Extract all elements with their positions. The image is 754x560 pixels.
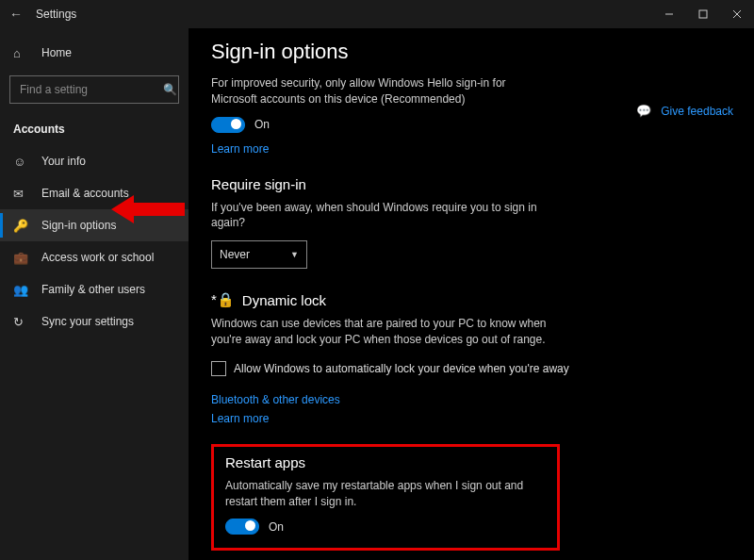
briefcase-icon: 💼: [13, 251, 30, 265]
person-card-icon: ☺: [13, 155, 30, 169]
require-select-value: Never: [220, 248, 250, 261]
home-label: Home: [41, 46, 72, 59]
home-icon: ⌂: [13, 46, 30, 60]
restart-toggle[interactable]: On: [225, 519, 546, 535]
require-heading: Require sign-in: [211, 176, 731, 192]
require-select[interactable]: Never ▼: [211, 240, 307, 269]
feedback-link[interactable]: 💬 Give feedback: [636, 104, 733, 118]
sidebar-item-your-info[interactable]: ☺ Your info: [0, 145, 188, 177]
sidebar-item-label: Access work or school: [41, 251, 154, 264]
sidebar-item-label: Family & other users: [41, 283, 145, 296]
feedback-label: Give feedback: [661, 105, 733, 118]
restart-toggle-state: On: [269, 520, 284, 534]
require-desc: If you've been away, when should Windows…: [211, 200, 550, 232]
dynamic-checkbox[interactable]: Allow Windows to automatically lock your…: [211, 361, 731, 376]
feedback-icon: 💬: [636, 104, 651, 118]
hello-toggle-state: On: [254, 118, 270, 131]
sidebar-item-work[interactable]: 💼 Access work or school: [0, 241, 188, 273]
dynamic-desc: Windows can use devices that are paired …: [211, 316, 550, 348]
restart-desc: Automatically save my restartable apps w…: [225, 478, 546, 510]
sidebar-item-label: Sign-in options: [41, 219, 116, 232]
sidebar-item-label: Sync your settings: [41, 315, 134, 328]
sidebar-item-label: Your info: [41, 155, 86, 168]
search-icon: 🔍: [163, 83, 177, 96]
sync-icon: ↻: [13, 315, 30, 329]
back-button[interactable]: ←: [9, 7, 23, 22]
dynamic-heading: Dynamic lock: [242, 292, 326, 308]
page-title: Sign-in options: [211, 40, 731, 64]
content-area: Sign-in options For improved security, o…: [188, 28, 754, 560]
sidebar-item-family[interactable]: 👥 Family & other users: [0, 273, 188, 305]
email-icon: ✉: [13, 187, 30, 201]
hello-learn-more-link[interactable]: Learn more: [211, 142, 269, 156]
chevron-down-icon: ▼: [290, 250, 299, 259]
highlight-box: Restart apps Automatically save my resta…: [211, 444, 560, 552]
restart-heading: Restart apps: [225, 454, 546, 470]
search-input[interactable]: [18, 82, 163, 97]
maximize-button[interactable]: [686, 0, 720, 28]
sidebar-item-sync[interactable]: ↻ Sync your settings: [0, 305, 188, 338]
sidebar-item-label: Email & accounts: [41, 187, 129, 200]
window-title: Settings: [36, 8, 76, 21]
dynamic-checkbox-label: Allow Windows to automatically lock your…: [234, 362, 569, 375]
dynamic-learn-more-link[interactable]: Learn more: [211, 412, 269, 425]
category-label: Accounts: [0, 117, 188, 145]
sidebar-item-email[interactable]: ✉ Email & accounts: [0, 177, 188, 209]
bluetooth-link[interactable]: Bluetooth & other devices: [211, 393, 340, 406]
key-icon: 🔑: [13, 219, 30, 233]
people-icon: 👥: [13, 283, 30, 297]
sidebar: ⌂ Home 🔍 Accounts ☺ Your info ✉ Email & …: [0, 28, 188, 560]
dynamic-lock-icon: *🔒: [211, 291, 235, 308]
checkbox-icon: [211, 361, 226, 376]
hello-desc: For improved security, only allow Window…: [211, 75, 550, 107]
minimize-button[interactable]: [652, 0, 686, 28]
search-box[interactable]: 🔍: [9, 75, 179, 104]
hello-toggle[interactable]: On: [211, 117, 731, 133]
titlebar: ← Settings: [0, 0, 754, 28]
close-button[interactable]: [720, 0, 754, 28]
svg-rect-1: [699, 10, 707, 18]
sidebar-item-signin[interactable]: 🔑 Sign-in options: [0, 209, 188, 241]
home-button[interactable]: ⌂ Home: [0, 36, 188, 70]
